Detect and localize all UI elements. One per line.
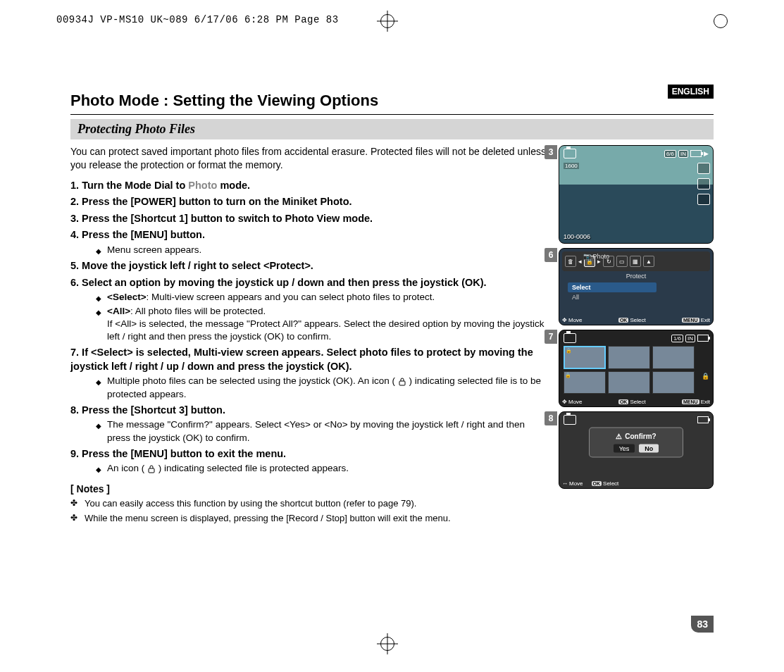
svg-rect-0 xyxy=(399,381,405,385)
step-1-text-a: Turn the Mode Dial to xyxy=(82,180,188,191)
step-6-sub-2: ◆<All>: All photo files will be protecte… xyxy=(96,305,550,344)
title-rule xyxy=(70,114,714,115)
thumb-1: 🔒 xyxy=(564,346,606,369)
confirm-text: Confirm? xyxy=(625,433,656,440)
step-9-sub-text-b: ) indicating selected file is protected … xyxy=(158,463,349,473)
screen-7-counter: 1/6 xyxy=(671,335,683,342)
confirm-dialog: ⚠Confirm? Yes No xyxy=(590,428,683,457)
step-8-sub-text: The message "Confirm?" appears. Select <… xyxy=(107,418,550,444)
thumbnail-grid: 🔒 🔒 xyxy=(564,346,695,394)
step-6-sub-1-bold: <Select> xyxy=(107,292,147,302)
step-6: 6. Select an option by moving the joysti… xyxy=(70,276,550,290)
step-6-sub-2-extra: If <All> is selected, the message "Prote… xyxy=(107,318,544,342)
side-lock-icon: 🔒 xyxy=(702,373,709,380)
confirm-no: No xyxy=(639,444,659,453)
camera-icon xyxy=(564,415,576,425)
step-4-sub-text: Menu screen appears. xyxy=(107,244,201,256)
screen-badge-7: 7 xyxy=(545,330,557,344)
screen-badge-8: 8 xyxy=(545,411,557,425)
play-icon: ▶ xyxy=(704,150,709,157)
hint-move: ✥Move xyxy=(562,399,583,405)
registration-mark-top-right xyxy=(714,14,728,28)
screen-badge-3: 3 xyxy=(545,145,557,159)
thumb-3 xyxy=(652,346,695,369)
note-1-text: You can easily access this function by u… xyxy=(85,497,416,510)
step-7: 7. If <Select> is selected, Multi-view s… xyxy=(70,346,550,373)
battery-icon xyxy=(697,335,709,342)
confirm-yes: Yes xyxy=(614,444,635,453)
camera-icon xyxy=(564,333,576,343)
camera-icon xyxy=(564,149,576,158)
menu-option-all: All xyxy=(568,292,657,302)
hint-menu-exit: MENUExit xyxy=(682,317,710,323)
step-6-sub-2-text: : All photo files will be protected. xyxy=(130,306,266,316)
screen-badge-6: 6 xyxy=(545,248,557,262)
section-subtitle: Protecting Photo Files xyxy=(70,119,714,139)
hint-ok-select: OKSelect xyxy=(618,317,646,323)
hint-ok-select: OKSelect xyxy=(592,480,619,487)
warning-icon: ⚠ xyxy=(616,433,622,440)
registration-mark-bottom xyxy=(380,637,394,651)
hint-menu-exit: MENUExit xyxy=(682,399,710,405)
step-6-sub-2-bold: <All> xyxy=(107,306,130,316)
notes-heading: [ Notes ] xyxy=(70,483,550,496)
tab-resize-icon: ▭ xyxy=(616,256,628,267)
step-5: 5. Move the joystick left / right to sel… xyxy=(70,259,550,273)
screen-6: 🗑 ◂ 🔒 ▸ ↻ ▭ ▦ ▲ 📷 Photo Protect Select A… xyxy=(559,248,714,325)
arrow-left-icon: ◂ xyxy=(578,258,582,265)
step-1: 1. Turn the Mode Dial to Photo mode. xyxy=(70,179,550,193)
step-8-sub: ◆The message "Confirm?" appears. Select … xyxy=(96,418,550,444)
step-6-sub-1: ◆<Select>: Multi-view screen appears and… xyxy=(96,291,550,304)
screen-7: 1/6 IN 🔒 🔒 🔒 xyxy=(559,330,714,407)
page-title: Photo Mode : Setting the Viewing Options xyxy=(70,92,714,110)
step-1-photo-word: Photo xyxy=(188,180,217,191)
screen-3-size: 1600 xyxy=(564,163,579,169)
step-9-sub: ◆ An icon ( ) indicating selected file i… xyxy=(96,462,550,475)
battery-icon xyxy=(690,150,702,157)
lock-icon xyxy=(398,378,406,386)
hint-move: ✥Move xyxy=(562,317,583,323)
thumb-2 xyxy=(608,346,650,369)
thumb-5 xyxy=(608,371,650,394)
screen-8: ⚠Confirm? Yes No ↔Move OKSelect xyxy=(559,411,714,489)
tab-slideshow-icon: ▲ xyxy=(643,256,654,267)
lock-icon xyxy=(697,178,710,189)
screen-7-in: IN xyxy=(685,335,695,342)
screen-6-protect-label: Protect xyxy=(626,273,647,280)
page-content: ENGLISH Photo Mode : Setting the Viewing… xyxy=(70,77,714,630)
step-2: 2. Press the [POWER] button to turn on t… xyxy=(70,195,550,209)
note-1: ✤You can easily access this function by … xyxy=(70,497,550,510)
trash-icon xyxy=(697,194,710,205)
tab-dpof-icon: ▦ xyxy=(630,256,641,267)
svg-rect-1 xyxy=(149,468,154,473)
print-job-header: 00934J VP-MS10 UK~089 6/17/06 6:28 PM Pa… xyxy=(56,14,339,25)
battery-icon xyxy=(697,416,709,423)
step-7-sub-text-a: Multiple photo files can be selected usi… xyxy=(107,375,395,386)
thumb-4: 🔒 xyxy=(564,371,606,394)
hint-ok-select: OKSelect xyxy=(618,399,646,405)
step-3: 3. Press the [Shortcut 1] button to swit… xyxy=(70,212,550,226)
step-8: 8. Press the [Shortcut 3] button. xyxy=(70,404,550,418)
registration-mark-top xyxy=(380,14,394,28)
intro-text: You can protect saved important photo fi… xyxy=(70,145,550,172)
hint-move: ↔Move xyxy=(562,480,583,487)
step-4-sub: ◆Menu screen appears. xyxy=(96,244,550,256)
screen-3-counter: 6/6 xyxy=(664,150,676,158)
screen-3: 6/6 IN ▶ 1600 100-0006 xyxy=(559,145,714,244)
menu-option-select: Select xyxy=(568,282,657,292)
multi-icon xyxy=(697,163,710,174)
lock-icon xyxy=(147,465,156,473)
note-2-text: While the menu screen is displayed, pres… xyxy=(85,512,451,525)
step-1-num: 1. xyxy=(70,180,79,191)
step-9-sub-text-a: An icon ( xyxy=(107,463,144,473)
screen-3-in: IN xyxy=(678,150,688,158)
screen-3-folder: 100-0006 xyxy=(564,233,590,240)
page-number: 83 xyxy=(691,616,714,633)
thumb-6 xyxy=(652,371,695,394)
tab-trash-icon: 🗑 xyxy=(565,256,576,267)
screenshot-column: 3 6/6 IN ▶ 1600 xyxy=(559,145,714,493)
step-7-sub: ◆ Multiple photo files can be selected u… xyxy=(96,375,550,400)
step-1-text-b: mode. xyxy=(217,180,250,191)
language-tag: ENGLISH xyxy=(668,85,714,99)
step-4: 4. Press the [MENU] button. xyxy=(70,228,550,242)
